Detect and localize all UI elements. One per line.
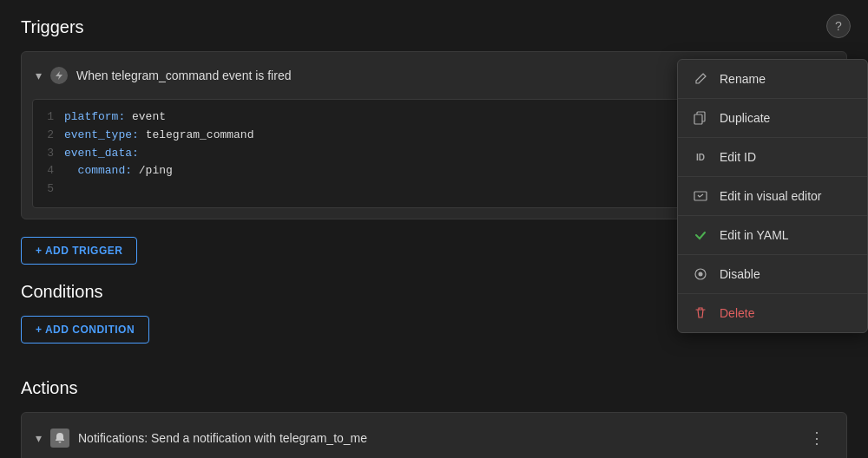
notification-icon — [50, 429, 69, 448]
dropdown-rename-label: Rename — [720, 72, 766, 86]
dropdown-edit-id[interactable]: ID Edit ID — [678, 138, 867, 177]
yaml-check-icon — [692, 226, 709, 244]
delete-icon — [692, 304, 709, 322]
code-val-4: /ping — [132, 164, 173, 177]
action-card: ▾ Notifications: Send a notification wit… — [21, 412, 847, 458]
help-button[interactable]: ? — [826, 14, 851, 38]
trigger-bolt-icon — [50, 67, 68, 84]
context-menu-dropdown: Rename Duplicate ID Edit ID Edit in — [677, 59, 868, 333]
edit-id-icon: ID — [692, 148, 709, 166]
code-key-3: event_data: — [64, 147, 139, 160]
dropdown-edit-visual-label: Edit in visual editor — [720, 189, 822, 203]
dropdown-delete-label: Delete — [720, 306, 754, 320]
duplicate-icon — [692, 109, 709, 127]
dropdown-rename[interactable]: Rename — [678, 60, 867, 99]
actions-section-title: Actions — [21, 378, 847, 398]
action-chevron-icon[interactable]: ▾ — [36, 431, 42, 445]
line-num-3: 3 — [43, 145, 54, 163]
code-val-1: event — [125, 110, 166, 123]
line-num-5: 5 — [43, 180, 54, 199]
dropdown-edit-id-label: Edit ID — [720, 150, 756, 164]
action-header: ▾ Notifications: Send a notification wit… — [22, 413, 846, 458]
code-val-2: telegram_command — [139, 128, 254, 141]
trigger-chevron-icon[interactable]: ▾ — [36, 69, 42, 82]
svg-rect-2 — [694, 114, 702, 124]
dropdown-duplicate-label: Duplicate — [720, 111, 770, 125]
actions-section: Actions ▾ Notifications: Send a notifica… — [21, 378, 847, 458]
dropdown-duplicate[interactable]: Duplicate — [678, 99, 867, 138]
code-key-1: platform: — [64, 110, 125, 123]
code-key-4: command: — [64, 164, 132, 177]
visual-editor-icon — [692, 187, 709, 205]
action-label: Notifications: Send a notification with … — [78, 431, 367, 445]
line-num-2: 2 — [43, 127, 54, 145]
page-container: ? Triggers ▾ When telegram_command event… — [0, 0, 868, 458]
dropdown-delete[interactable]: Delete — [678, 294, 867, 332]
action-three-dots-button[interactable]: ⋮ — [802, 425, 832, 451]
dropdown-edit-visual[interactable]: Edit in visual editor — [678, 177, 867, 216]
dropdown-disable-label: Disable — [720, 267, 760, 281]
code-key-2: event_type: — [64, 128, 139, 141]
code-empty-5 — [64, 180, 71, 199]
svg-point-5 — [699, 272, 703, 277]
rename-icon — [692, 70, 709, 88]
dropdown-disable[interactable]: Disable — [678, 255, 867, 294]
add-condition-button[interactable]: + ADD CONDITION — [21, 316, 149, 344]
triggers-section-title: Triggers — [21, 17, 847, 37]
dropdown-edit-yaml[interactable]: Edit in YAML — [678, 216, 867, 255]
dropdown-edit-yaml-label: Edit in YAML — [720, 228, 789, 242]
line-num-4: 4 — [43, 162, 54, 180]
action-header-left: ▾ Notifications: Send a notification wit… — [36, 429, 793, 448]
trigger-label: When telegram_command event is fired — [76, 69, 291, 82]
add-trigger-button[interactable]: + ADD TRIGGER — [21, 237, 137, 265]
disable-icon — [692, 265, 709, 283]
line-num-1: 1 — [43, 108, 54, 127]
